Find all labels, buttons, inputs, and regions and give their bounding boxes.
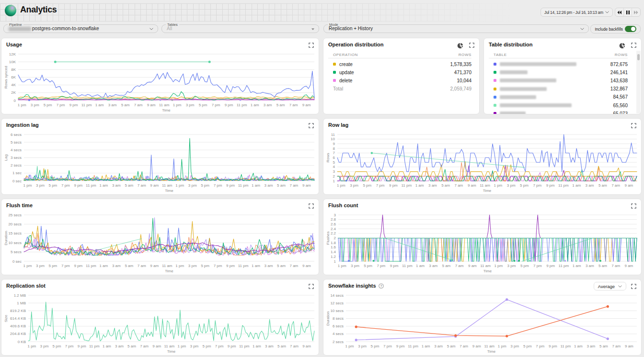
row-label: delete xyxy=(339,78,352,83)
total-value: 2,059,749 xyxy=(450,86,472,91)
page-title: Analytics xyxy=(20,5,57,15)
x-tick-label: 1 pm xyxy=(178,344,186,348)
usage-card: Usage 02K4K6K8K10K12K1 pm3 pm5 pm7 pm9 p… xyxy=(1,38,319,114)
data-point xyxy=(454,335,457,337)
expand-icon[interactable] xyxy=(309,43,314,48)
x-tick-label: 7 pm xyxy=(533,264,542,268)
x-tick-label: 1 am xyxy=(415,183,424,188)
y-tick-label: 1.8 xyxy=(331,241,336,245)
expand-icon[interactable] xyxy=(631,284,636,289)
table-row[interactable]: 132,867 xyxy=(489,85,628,93)
x-tick-label: 9 am xyxy=(625,344,633,348)
fast-forward-button[interactable] xyxy=(632,8,640,16)
x-tick-label: 7 pm xyxy=(533,183,541,188)
y-tick-label: 4K xyxy=(11,83,16,87)
expand-icon[interactable] xyxy=(469,43,474,48)
mode-select[interactable]: Mode Replication + History xyxy=(323,24,589,33)
x-tick-label: 11 pm xyxy=(237,103,247,107)
table-row[interactable]: 65,073 xyxy=(489,110,628,114)
help-icon[interactable]: ? xyxy=(379,283,384,289)
redacted-table-name xyxy=(500,112,526,114)
expand-icon[interactable] xyxy=(631,203,636,209)
expand-icon[interactable] xyxy=(309,284,314,289)
include-backfills-control[interactable]: Include backfills xyxy=(590,24,641,33)
table-row[interactable]: update471,370 xyxy=(328,68,472,77)
data-point xyxy=(451,259,453,261)
x-tick-label: 7 pm xyxy=(376,183,385,188)
x-tick-label: 7 pm xyxy=(61,264,70,268)
date-range-selector[interactable]: Jul 14, 12:26 pm - Jul 16, 10:13 am xyxy=(540,8,613,17)
x-axis-title: Time xyxy=(167,349,176,354)
x-tick-label: 9 pm xyxy=(78,344,86,348)
x-tick-label: 1 pm xyxy=(345,344,354,348)
scrollbar-track[interactable] xyxy=(636,51,641,113)
card-title: Replication slot xyxy=(6,283,46,289)
table-row[interactable]: 84,567 xyxy=(489,93,628,101)
x-tick-label: 1 pm xyxy=(28,344,36,348)
table-row[interactable]: 872,675 xyxy=(489,60,628,68)
x-tick-label: 1 pm xyxy=(494,183,503,188)
expand-icon[interactable] xyxy=(309,203,314,209)
snowflake-insights-chart: 2 secs4 secs6 secs8 secs10 secs12 secs14… xyxy=(323,279,641,355)
x-tick-label: 11 am xyxy=(480,264,491,268)
x-tick-label: 7 am xyxy=(612,344,621,348)
card-title: Operation distribution xyxy=(328,42,384,47)
expand-icon[interactable] xyxy=(631,43,636,48)
table-row[interactable]: delete10,044 xyxy=(328,77,472,85)
analytics-dashboard: Analytics Jul 14, 12:26 pm - Jul 16, 10:… xyxy=(0,0,644,357)
y-tick-label: 15 secs xyxy=(8,231,22,235)
tables-select[interactable]: Tables All xyxy=(161,24,319,33)
row-value: 143,638 xyxy=(610,78,628,83)
x-tick-label: 5 am xyxy=(599,344,608,348)
expand-icon[interactable] xyxy=(309,123,314,128)
x-tick-label: 3 pm xyxy=(350,183,358,188)
row-label: create xyxy=(339,62,353,67)
expand-icon[interactable] xyxy=(631,123,636,128)
flush-time-chart: 0 sec5 secs10 secs15 secs20 secs25 secs1… xyxy=(1,199,319,275)
pie-chart-icon[interactable] xyxy=(619,43,625,49)
table-row[interactable]: 143,638 xyxy=(489,77,628,85)
table-row[interactable]: create1,578,335 xyxy=(328,60,472,68)
x-tick-label: 3 am xyxy=(112,183,121,188)
x-tick-label: 3 pm xyxy=(507,183,516,188)
x-tick-label: 11 pm xyxy=(86,183,96,188)
table-row[interactable]: 65,560 xyxy=(489,101,628,109)
rewind-button[interactable] xyxy=(615,8,623,16)
x-tick-label: 9 am xyxy=(302,103,311,107)
y-tick-label: 1.6 xyxy=(331,245,336,249)
x-tick-label: 3 pm xyxy=(188,183,197,188)
y-axis-title: Rows synced xyxy=(4,66,8,89)
x-tick-label: 9 am xyxy=(302,344,311,348)
x-tick-label: 9 am xyxy=(147,103,156,107)
x-tick-label: 9 am xyxy=(150,183,159,188)
x-tick-label: 5 am xyxy=(127,344,136,348)
table-row[interactable]: 246,141 xyxy=(489,68,628,77)
include-backfills-toggle[interactable] xyxy=(625,26,636,32)
x-tick-label: 11 am xyxy=(480,183,490,188)
x-tick-label: 11 am xyxy=(484,344,494,348)
scatter-point xyxy=(345,179,347,181)
chart-canvas: 0 KB204.8 KB409.6 KB614.4 KB819.2 KB1 MB… xyxy=(1,279,319,355)
data-point xyxy=(506,298,508,301)
x-tick-label: 7 am xyxy=(289,103,298,107)
row-value: 10,044 xyxy=(457,78,472,83)
scatter-point xyxy=(239,99,241,101)
x-tick-label: 5 am xyxy=(441,183,450,188)
y-tick-label: 11 xyxy=(331,133,335,137)
scrollbar-thumb[interactable] xyxy=(637,54,640,60)
pause-button[interactable] xyxy=(623,8,632,16)
x-tick-label: 7 am xyxy=(611,183,620,188)
y-tick-label: 2K xyxy=(11,90,16,95)
redacted-table-name xyxy=(500,87,547,91)
chart-canvas: 2 secs4 secs6 secs8 secs10 secs12 secs14… xyxy=(323,279,641,355)
y-tick-label: 6 secs xyxy=(11,133,22,137)
x-tick-label: 3 pm xyxy=(358,344,367,348)
x-tick-label: 9 pm xyxy=(226,183,235,188)
aggregate-select[interactable]: Average xyxy=(594,282,626,290)
x-tick-label: 3 am xyxy=(112,264,121,268)
scatter-point xyxy=(599,260,601,262)
card-title: Flush count xyxy=(328,202,358,208)
pie-chart-icon[interactable] xyxy=(457,43,463,49)
pipeline-select[interactable]: Pipeline postgres-common-to-snowflake xyxy=(3,24,158,33)
row-value: 65,560 xyxy=(613,103,628,108)
